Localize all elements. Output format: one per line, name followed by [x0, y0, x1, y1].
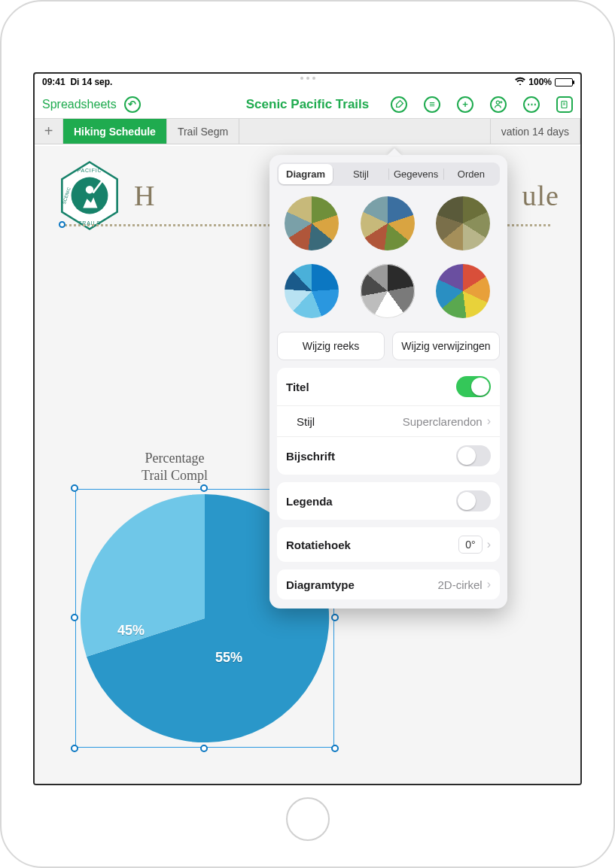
resize-handle[interactable]	[331, 745, 339, 752]
popover-tab-diagram[interactable]: Diagram	[279, 164, 333, 184]
popover-tabs: Diagram Stijl Gegevens Orden	[277, 162, 500, 186]
style-preset[interactable]	[361, 196, 415, 250]
popover-tab-data[interactable]: Gegevens	[389, 164, 443, 184]
chart-title[interactable]: Percentage Trail Compl	[84, 450, 265, 484]
row-caption: Bijschrift	[277, 436, 500, 475]
slice-label-55: 55%	[215, 650, 242, 666]
status-date: Di 14 sep.	[70, 77, 112, 87]
format-brush-icon[interactable]	[391, 96, 407, 113]
slice-label-45: 45%	[117, 623, 145, 639]
chart-type-label: Diagramtype	[286, 578, 355, 591]
caption-toggle[interactable]	[456, 445, 491, 466]
tab-elevation[interactable]: vation 14 days	[490, 119, 580, 144]
resize-handle[interactable]	[71, 614, 78, 621]
row-legend: Legenda	[277, 482, 500, 520]
legend-toggle[interactable]	[456, 490, 491, 511]
sheet-tabs: + Hiking Schedule Trail Segm vation 14 d…	[35, 119, 580, 144]
popover-tab-arrange[interactable]: Orden	[444, 164, 498, 184]
add-sheet-button[interactable]: +	[35, 119, 63, 144]
rotation-value[interactable]: 0°	[458, 536, 482, 554]
wifi-icon	[515, 77, 525, 87]
toolbar: Spreadsheets ↶ Scenic Pacific Trails ≡ +…	[35, 90, 580, 119]
format-popover: Diagram Stijl Gegevens Orden Wijzig reek…	[269, 155, 507, 609]
popover-tab-style[interactable]: Stijl	[333, 164, 388, 184]
svg-point-2	[72, 178, 108, 214]
chevron-right-icon: ›	[487, 578, 491, 591]
page-heading-left: H	[134, 179, 155, 212]
chart-style-presets	[277, 193, 500, 327]
battery-icon	[555, 78, 573, 86]
title-style-value: Superclarendon	[403, 415, 483, 428]
undo-icon[interactable]: ↶	[124, 96, 141, 113]
comment-icon[interactable]: ≡	[424, 96, 440, 113]
doc-title[interactable]: Scenic Pacific Trails	[246, 97, 369, 112]
text-selection-handle[interactable]	[59, 221, 65, 228]
doc-settings-icon[interactable]	[556, 96, 573, 113]
tab-trail-segments[interactable]: Trail Segm	[167, 119, 239, 144]
svg-point-0	[496, 101, 499, 104]
legend-label: Legenda	[286, 495, 333, 508]
style-preset[interactable]	[436, 196, 490, 250]
edit-series-button[interactable]: Wijzig reeks	[277, 332, 385, 360]
collaborate-icon[interactable]	[490, 96, 507, 113]
style-preset[interactable]	[285, 196, 339, 250]
resize-handle[interactable]	[200, 745, 208, 752]
row-title: Titel	[277, 368, 500, 405]
resize-handle[interactable]	[71, 484, 78, 492]
resize-handle[interactable]	[200, 484, 208, 492]
row-rotation[interactable]: Rotatiehoek 0°›	[277, 527, 500, 562]
chart-type-value: 2D-cirkel	[437, 578, 482, 591]
chevron-right-icon: ›	[487, 538, 491, 551]
resize-handle[interactable]	[331, 614, 339, 621]
status-time: 09:41	[42, 77, 65, 87]
tab-hiking-schedule[interactable]: Hiking Schedule	[63, 119, 167, 144]
title-label: Titel	[286, 381, 309, 393]
back-button[interactable]: Spreadsheets	[42, 98, 117, 111]
svg-text:PACIFIC: PACIFIC	[77, 168, 102, 173]
logo-badge: PACIFIC TRAILS SCENIC	[56, 159, 123, 232]
chevron-right-icon: ›	[487, 414, 491, 428]
style-preset[interactable]	[361, 264, 415, 318]
more-icon[interactable]: ⋯	[523, 96, 540, 113]
battery-pct: 100%	[528, 77, 552, 87]
rotation-label: Rotatiehoek	[286, 539, 351, 551]
page-heading-right: ule	[522, 179, 559, 212]
row-title-style[interactable]: Stijl Superclarendon›	[277, 405, 500, 436]
title-toggle[interactable]	[456, 376, 491, 397]
row-chart-type[interactable]: Diagramtype 2D-cirkel›	[277, 569, 500, 599]
title-style-label: Stijl	[286, 415, 315, 428]
style-preset[interactable]	[285, 264, 339, 318]
add-icon[interactable]: +	[457, 96, 473, 113]
home-button[interactable]	[286, 797, 330, 841]
resize-handle[interactable]	[71, 745, 78, 752]
edit-references-button[interactable]: Wijzig verwijzingen	[392, 332, 500, 360]
style-preset[interactable]	[436, 264, 490, 318]
caption-label: Bijschrift	[286, 450, 335, 463]
